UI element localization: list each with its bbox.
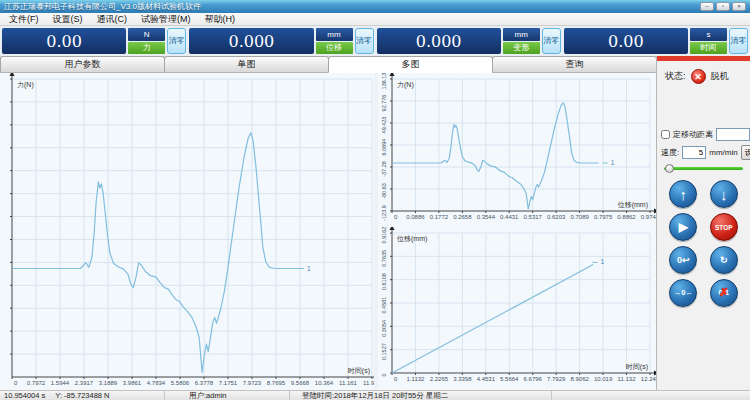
stop-button[interactable]: STOP: [710, 213, 738, 241]
svg-text:9.5668: 9.5668: [291, 380, 310, 386]
center-zero-button[interactable]: →0←: [669, 279, 697, 307]
svg-text:0.7975: 0.7975: [594, 214, 613, 220]
svg-text:0.9162: 0.9162: [381, 227, 387, 243]
tab-query[interactable]: 查询: [492, 56, 657, 73]
set-speed-button[interactable]: 设定: [741, 145, 750, 160]
svg-text:5.5664: 5.5664: [500, 376, 519, 382]
fixed-distance-checkbox[interactable]: [661, 130, 670, 139]
svg-text:0.7635: 0.7635: [381, 250, 387, 267]
cycle-button[interactable]: ↻: [710, 246, 738, 274]
svg-text:6.3778: 6.3778: [195, 380, 214, 386]
current-user: 用户:admin: [165, 391, 290, 400]
svg-text:0.1527: 0.1527: [381, 343, 387, 360]
menu-item-help[interactable]: 帮助(H): [198, 13, 243, 26]
svg-text:力(N): 力(N): [397, 81, 414, 89]
svg-text:0.8862: 0.8862: [617, 214, 636, 220]
status-bar: 10.954004 s Y: -85.723488 N 用户:admin 登陆时…: [0, 390, 750, 400]
svg-text:1: 1: [600, 258, 604, 265]
svg-text:0.0886: 0.0886: [406, 214, 425, 220]
deformation-unit: mm: [503, 28, 540, 41]
clear-time-button[interactable]: 清零: [729, 28, 748, 54]
svg-text:-123.9: -123.9: [381, 205, 387, 221]
calibration-off-button[interactable]: 0 1✗: [710, 279, 738, 307]
svg-text:11.958: 11.958: [363, 380, 374, 386]
jog-down-button[interactable]: ↓: [710, 180, 738, 208]
svg-text:0.3544: 0.3544: [477, 214, 496, 220]
maximize-button[interactable]: ▫: [716, 2, 730, 11]
force-label: 力: [128, 42, 165, 55]
svg-text:92.776: 92.776: [381, 95, 387, 112]
svg-text:6.6796: 6.6796: [524, 376, 543, 382]
play-icon: ▶: [679, 221, 688, 233]
svg-text:10.019: 10.019: [594, 376, 613, 382]
force-value: 0.00: [2, 28, 126, 54]
fixed-distance-label: 定移动距离: [673, 129, 713, 140]
start-button[interactable]: ▶: [669, 213, 697, 241]
displacement-label: 位移: [316, 42, 353, 55]
time-unit: s: [690, 28, 727, 41]
return-zero-button[interactable]: 0↩: [669, 246, 697, 274]
clear-force-button[interactable]: 清零: [167, 28, 186, 54]
speed-input[interactable]: [682, 146, 706, 159]
svg-text:力(N): 力(N): [17, 81, 34, 89]
statusbar-spacer: [552, 391, 750, 400]
svg-text:位移(mm): 位移(mm): [618, 201, 648, 209]
menu-item-settings[interactable]: 设置(S): [46, 13, 90, 26]
svg-text:7.1751: 7.1751: [219, 380, 238, 386]
clear-deformation-button[interactable]: 清零: [542, 28, 561, 54]
app-window: 江苏正瑞泰邦电子科技有限公司_V3.0版材料试验机软件 – ▫ × 文件(F) …: [0, 0, 750, 400]
deformation-label: 变形: [503, 42, 540, 55]
displacement-value: 0.000: [189, 28, 313, 54]
force-time-chart[interactable]: 00.79721.59442.39173.18893.98614.78345.5…: [0, 73, 374, 390]
menu-item-file[interactable]: 文件(F): [2, 13, 46, 26]
menu-item-test-manage[interactable]: 试验管理(M): [134, 13, 198, 26]
svg-text:8.9062: 8.9062: [570, 376, 589, 382]
tab-user-params[interactable]: 用户参数: [0, 56, 165, 73]
close-button[interactable]: ×: [732, 2, 746, 11]
svg-text:136.13: 136.13: [381, 73, 387, 89]
title-bar: 江苏正瑞泰邦电子科技有限公司_V3.0版材料试验机软件 – ▫ ×: [0, 0, 750, 13]
force-unit: N: [128, 28, 165, 41]
distance-input[interactable]: [716, 128, 750, 141]
center-zero-icon: →0←: [674, 289, 693, 297]
svg-text:1.1132: 1.1132: [407, 376, 426, 382]
svg-text:0.4431: 0.4431: [500, 214, 519, 220]
svg-text:12.245: 12.245: [641, 376, 656, 382]
force-displacement-chart[interactable]: 00.08860.17720.26580.35440.44310.53170.6…: [378, 73, 656, 227]
slider-thumb[interactable]: [665, 164, 674, 173]
displacement-time-chart[interactable]: 01.11322.22653.33984.45315.56646.67967.7…: [378, 227, 656, 390]
jog-up-button[interactable]: ↑: [669, 180, 697, 208]
time-label: 时间: [690, 42, 727, 55]
svg-text:3.1889: 3.1889: [99, 380, 118, 386]
svg-text:位移(mm): 位移(mm): [397, 235, 427, 243]
window-title: 江苏正瑞泰邦电子科技有限公司_V3.0版材料试验机软件: [4, 1, 700, 12]
return-zero-icon: 0↩: [677, 256, 690, 265]
clear-displacement-button[interactable]: 清零: [355, 28, 374, 54]
deformation-readout: 0.000 mm 变形 清零: [377, 28, 561, 54]
tab-bar: 用户参数 单图 多图 查询: [0, 56, 656, 73]
menu-item-comm[interactable]: 通讯(C): [90, 13, 135, 26]
window-controls: – ▫ ×: [700, 2, 746, 11]
svg-text:时间(s): 时间(s): [348, 367, 370, 375]
tab-multi-chart[interactable]: 多图: [328, 56, 493, 73]
svg-text:1: 1: [611, 159, 615, 166]
svg-text:0: 0: [381, 373, 387, 376]
minimize-button[interactable]: –: [700, 2, 714, 11]
time-value: 0.00: [564, 28, 688, 54]
svg-text:1: 1: [307, 265, 311, 272]
red-x-icon: ✗: [719, 286, 728, 299]
control-panel: 状态: ✕ 脱机 定移动距离 mm 速度: mm/min 设定 ↑ ↓: [656, 56, 750, 390]
svg-text:11.161: 11.161: [339, 380, 358, 386]
svg-text:0.3054: 0.3054: [381, 320, 387, 337]
svg-text:7.7929: 7.7929: [547, 376, 566, 382]
stop-icon: STOP: [715, 224, 733, 231]
tab-single-chart[interactable]: 单图: [164, 56, 329, 73]
svg-text:5.5806: 5.5806: [171, 380, 190, 386]
readout-row: 0.00 N 力 清零 0.000 mm 位移 清零 0.000 mm 变形 清…: [0, 26, 750, 56]
svg-text:0.5317: 0.5317: [524, 214, 543, 220]
speed-slider[interactable]: [664, 167, 743, 170]
status-label: 状态:: [665, 70, 686, 83]
svg-text:1.5944: 1.5944: [51, 380, 70, 386]
svg-text:2.3917: 2.3917: [75, 380, 94, 386]
up-arrow-icon: ↑: [680, 187, 688, 202]
